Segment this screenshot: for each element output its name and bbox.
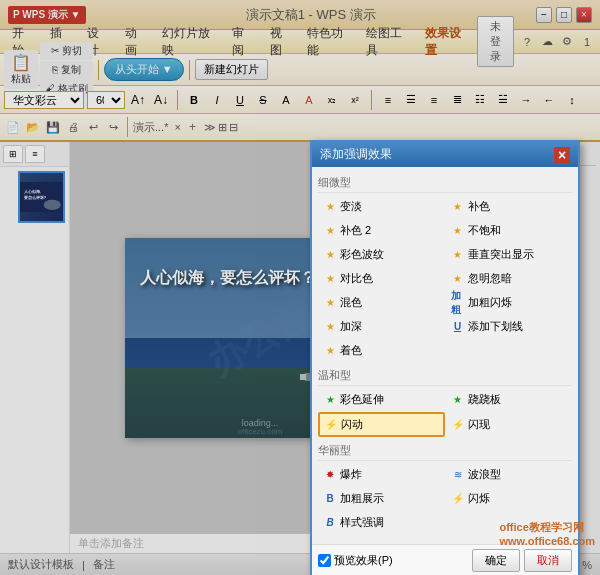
dialog-title-text: 添加强调效果 — [320, 146, 392, 163]
effect-label: 波浪型 — [468, 467, 501, 482]
effect-label: 变淡 — [340, 199, 362, 214]
effect-xiahualine[interactable]: U 添加下划线 — [446, 315, 573, 338]
dialog-content: 细微型 ★ 变淡 ★ 补色 ★ 补色 2 ★ 不饱和 — [312, 167, 578, 544]
effect-icon: B — [323, 516, 337, 530]
effect-shanzuo[interactable]: ⚡ 闪烁 — [446, 487, 573, 510]
effect-icon: ⚡ — [451, 418, 465, 432]
effect-label: 对比色 — [340, 271, 373, 286]
dialog-title-bar: 添加强调效果 × — [312, 142, 578, 167]
effect-label: 混色 — [340, 295, 362, 310]
fancy-section-title: 华丽型 — [318, 441, 572, 461]
effect-label: 跷跷板 — [468, 392, 501, 407]
dialog-footer: 预览效果(P) 确定 取消 — [312, 544, 578, 575]
effect-label: 彩色波纹 — [340, 247, 384, 262]
effect-icon: B — [323, 492, 337, 506]
effect-huminghuaan[interactable]: ★ 忽明忽暗 — [446, 267, 573, 290]
effect-label: 添加下划线 — [468, 319, 523, 334]
effect-caiyanshen[interactable]: ★ 彩色延伸 — [318, 388, 445, 411]
effect-biantan[interactable]: ★ 变淡 — [318, 195, 445, 218]
site-watermark: office教程学习网 www.office68.com — [499, 520, 595, 547]
effect-icon: ★ — [451, 248, 465, 262]
effect-shandong[interactable]: ⚡ 闪动 — [318, 412, 445, 437]
effect-buse[interactable]: ★ 补色 — [446, 195, 573, 218]
preview-checkbox-label[interactable]: 预览效果(P) — [318, 553, 393, 568]
effect-label: 闪现 — [468, 417, 490, 432]
effect-icon: ★ — [451, 393, 465, 407]
effect-jiashen[interactable]: ★ 加深 — [318, 315, 445, 338]
effect-duibise[interactable]: ★ 对比色 — [318, 267, 445, 290]
effect-chuzhi[interactable]: ★ 垂直突出显示 — [446, 243, 573, 266]
effect-icon: ★ — [323, 320, 337, 334]
dialog-close-btn[interactable]: × — [554, 147, 570, 163]
site-url: www.office68.com — [499, 535, 595, 547]
cancel-btn[interactable]: 取消 — [524, 549, 572, 572]
effect-label: 加粗闪烁 — [468, 295, 512, 310]
effect-label: 样式强调 — [340, 515, 384, 530]
effect-label: 不饱和 — [468, 223, 501, 238]
effect-label: 垂直突出显示 — [468, 247, 534, 262]
effect-icon: ★ — [323, 344, 337, 358]
effect-zhuose[interactable]: ★ 着色 — [318, 339, 445, 362]
effect-icon: U — [451, 320, 465, 334]
effect-label: 加粗展示 — [340, 491, 384, 506]
effect-hunse[interactable]: ★ 混色 — [318, 291, 445, 314]
effect-icon: ★ — [451, 200, 465, 214]
effect-jiashanshuo[interactable]: 加粗 加粗闪烁 — [446, 291, 573, 314]
effect-buse2[interactable]: ★ 补色 2 — [318, 219, 445, 242]
effect-label: 彩色延伸 — [340, 392, 384, 407]
effect-label: 着色 — [340, 343, 362, 358]
moderate-section: 温和型 ★ 彩色延伸 ★ 跷跷板 ⚡ 闪动 ⚡ 闪现 — [318, 366, 572, 437]
effect-label: 补色 2 — [340, 223, 371, 238]
effect-icon: ★ — [323, 248, 337, 262]
effect-icon: ≋ — [451, 468, 465, 482]
effect-caibobw[interactable]: ★ 彩色波纹 — [318, 243, 445, 266]
effect-label: 爆炸 — [340, 467, 362, 482]
effect-baozha[interactable]: ✸ 爆炸 — [318, 463, 445, 486]
subtle-effects-grid: ★ 变淡 ★ 补色 ★ 补色 2 ★ 不饱和 ★ 彩色波纹 — [318, 195, 572, 362]
effect-label: 忽明忽暗 — [468, 271, 512, 286]
effect-label: 加深 — [340, 319, 362, 334]
effect-yangshiqiangdiao[interactable]: B 样式强调 — [318, 511, 445, 534]
effect-label: 闪动 — [341, 417, 363, 432]
add-emphasis-dialog: 添加强调效果 × 细微型 ★ 变淡 ★ 补色 ★ 补色 2 — [310, 140, 580, 575]
effect-icon: ✸ — [323, 468, 337, 482]
effect-icon: ⚡ — [451, 492, 465, 506]
effect-qiaoqiaoban[interactable]: ★ 跷跷板 — [446, 388, 573, 411]
effect-bubaohe[interactable]: ★ 不饱和 — [446, 219, 573, 242]
preview-checkbox[interactable] — [318, 554, 331, 567]
effect-icon: ★ — [451, 272, 465, 286]
effect-icon: ⚡ — [324, 418, 338, 432]
subtle-section: 细微型 ★ 变淡 ★ 补色 ★ 补色 2 ★ 不饱和 — [318, 173, 572, 362]
effect-jiacuzhanshi[interactable]: B 加粗展示 — [318, 487, 445, 510]
effect-shanxian[interactable]: ⚡ 闪现 — [446, 412, 573, 437]
effect-bolangxing[interactable]: ≋ 波浪型 — [446, 463, 573, 486]
subtle-section-title: 细微型 — [318, 173, 572, 193]
effect-icon: ★ — [323, 200, 337, 214]
effect-label: 补色 — [468, 199, 490, 214]
effect-icon: 加粗 — [451, 296, 465, 310]
site-name: office教程学习网 — [499, 520, 595, 535]
effect-icon: ★ — [323, 272, 337, 286]
dialog-buttons: 确定 取消 — [472, 549, 572, 572]
moderate-section-title: 温和型 — [318, 366, 572, 386]
ok-btn[interactable]: 确定 — [472, 549, 520, 572]
moderate-effects-grid: ★ 彩色延伸 ★ 跷跷板 ⚡ 闪动 ⚡ 闪现 — [318, 388, 572, 437]
effect-icon: ★ — [323, 296, 337, 310]
effect-icon: ★ — [323, 393, 337, 407]
preview-label: 预览效果(P) — [334, 553, 393, 568]
effect-label: 闪烁 — [468, 491, 490, 506]
effect-icon: ★ — [451, 224, 465, 238]
effect-icon: ★ — [323, 224, 337, 238]
